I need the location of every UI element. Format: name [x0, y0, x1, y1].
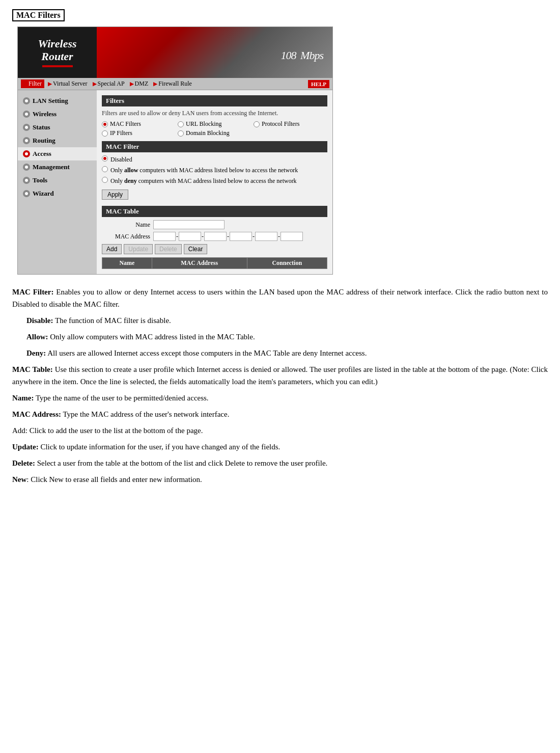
filter-options-grid: MAC Filters URL Blocking Protocol Filter… [102, 120, 327, 137]
mac-option-disabled[interactable]: Disabled [102, 155, 327, 164]
filter-option-url[interactable]: URL Blocking [178, 120, 251, 128]
col-connection: Connection [247, 258, 327, 269]
mac-input-3[interactable] [204, 232, 227, 241]
sidebar-item-status[interactable]: Status [18, 121, 97, 134]
bullet-tools [23, 177, 30, 184]
mac-input-6[interactable] [281, 232, 303, 241]
nav-arrow-dmz: ▶ [130, 81, 134, 87]
mac-table-header: MAC Table [102, 206, 327, 217]
nav-firewall-rule[interactable]: ▶ Firewall Rule [152, 79, 193, 88]
content-area: LAN Setting Wireless Status Routing Acce… [18, 90, 332, 274]
desc-mac-address: MAC Address: Type the MAC address of the… [12, 408, 548, 420]
bullet-wireless [23, 111, 30, 118]
nav-arrow-fw: ▶ [153, 81, 157, 87]
mbps-label: Mbps [300, 49, 323, 62]
mac-input-2[interactable] [179, 232, 201, 241]
nav-arrow-filter: ▶ [23, 81, 27, 87]
desc-mac-filter-title: MAC Filter: [12, 288, 53, 296]
filter-option-protocol[interactable]: Protocol Filters [254, 120, 327, 128]
nav-virtual-server-label: Virtual Server [53, 80, 88, 88]
desc-new-text: : Click New to erase all fields and ente… [26, 475, 202, 483]
mac-input-5[interactable] [255, 232, 277, 241]
mac-input-4[interactable] [230, 232, 252, 241]
filter-mac-label: MAC Filters [110, 120, 141, 128]
desc-disable-term: Disable: [26, 316, 53, 325]
desc-name-text: Type the name of the user to be permitte… [34, 394, 208, 402]
desc-allow-term: Allow: [26, 333, 48, 341]
sidebar-access-label: Access [33, 150, 51, 158]
bullet-wizard [23, 190, 30, 197]
desc-update: Update: Click to update information for … [12, 441, 548, 453]
desc-deny-term: Deny: [26, 349, 46, 357]
filter-url-label: URL Blocking [186, 120, 222, 128]
desc-deny: Deny: All users are allowed Internet acc… [26, 347, 548, 359]
router-header: Wireless Router 108 Mbps [18, 27, 332, 78]
filter-option-mac[interactable]: MAC Filters [102, 120, 176, 128]
radio-disabled[interactable] [102, 155, 108, 162]
router-header-graphic: 108 Mbps [97, 27, 332, 78]
radio-protocol-filters[interactable] [254, 121, 260, 127]
radio-deny[interactable] [102, 177, 108, 183]
sidebar-tools-label: Tools [33, 176, 47, 184]
sidebar-item-tools[interactable]: Tools [18, 174, 97, 187]
mac-input-1[interactable] [153, 232, 176, 241]
filter-option-domain[interactable]: Domain Blocking [178, 129, 251, 137]
apply-button[interactable]: Apply [102, 190, 128, 200]
mac-table-section: MAC Table Name MAC Address - - - - - [102, 206, 327, 269]
radio-allow[interactable] [102, 166, 108, 172]
mac-option-deny[interactable]: Only deny computers with MAC address lis… [102, 177, 327, 185]
update-button[interactable]: Update [124, 244, 153, 254]
sidebar-wizard-label: Wizard [33, 190, 54, 198]
router-logo-area: Wireless Router [18, 27, 97, 78]
sidebar-item-lan-setting[interactable]: LAN Setting [18, 94, 97, 107]
nav-special-ap[interactable]: ▶ Special AP [91, 79, 126, 88]
mac-option-allow[interactable]: Only allow computers with MAC address li… [102, 166, 327, 175]
clear-button[interactable]: Clear [184, 244, 208, 254]
mac-sep-3: - [227, 233, 229, 240]
mac-data-table: Name MAC Address Connection [102, 257, 327, 269]
bullet-status [23, 124, 30, 131]
desc-mac-address-text: Type the MAC address of the user's netwo… [61, 410, 229, 418]
sidebar-item-management[interactable]: Management [18, 160, 97, 174]
sidebar-item-wireless[interactable]: Wireless [18, 107, 97, 121]
mac-sep-1: - [176, 233, 178, 240]
name-input[interactable] [153, 220, 225, 229]
radio-ip-filters[interactable] [102, 130, 108, 137]
add-button[interactable]: Add [102, 244, 122, 254]
sidebar-item-access[interactable]: Access [18, 147, 97, 160]
nav-filter[interactable]: ▶ Filter [21, 79, 44, 88]
radio-domain-blocking[interactable] [178, 130, 184, 137]
radio-mac-filters[interactable] [102, 121, 108, 127]
desc-delete-text: Select a user from the table at the bott… [35, 459, 327, 467]
mac-deny-prefix: Only [110, 177, 124, 184]
desc-disable: Disable: The function of MAC filter is d… [26, 314, 548, 327]
bullet-lan [23, 97, 30, 104]
sidebar-item-routing[interactable]: Routing [18, 134, 97, 147]
name-row: Name [102, 220, 327, 229]
desc-mac-filter-text: Enables you to allow or deny Internet ac… [12, 288, 548, 308]
mac-deny-text: Only deny computers with MAC address lis… [110, 177, 297, 185]
delete-button[interactable]: Delete [155, 244, 182, 254]
radio-url-blocking[interactable] [178, 121, 184, 127]
mac-sep-5: - [278, 233, 280, 240]
nav-dmz[interactable]: ▶ DMZ [128, 79, 150, 88]
mac-filter-section: MAC Filter Disabled Only allow computers… [102, 141, 327, 204]
name-label: Name [102, 221, 150, 229]
desc-mac-address-title: MAC Address: [12, 410, 61, 418]
filters-description: Filters are used to allow or deny LAN us… [102, 110, 327, 117]
sidebar-management-label: Management [33, 163, 70, 171]
desc-delete-title: Delete: [12, 459, 35, 467]
help-button[interactable]: HELP [308, 80, 329, 88]
desc-disable-text: The function of MAC filter is disable. [53, 316, 171, 325]
sidebar-item-wizard[interactable]: Wizard [18, 187, 97, 200]
desc-add: Add: Click to add the user to the list a… [12, 424, 548, 437]
col-name: Name [102, 258, 152, 269]
desc-name: Name: Type the name of the user to be pe… [12, 392, 548, 404]
col-mac: MAC Address [152, 258, 247, 269]
desc-mac-table-text: Use this section to create a user profil… [12, 365, 548, 386]
nav-special-ap-label: Special AP [98, 80, 125, 88]
nav-virtual-server[interactable]: ▶ Virtual Server [46, 79, 89, 88]
desc-update-title: Update: [12, 443, 39, 451]
filter-option-ip[interactable]: IP Filters [102, 129, 176, 137]
desc-allow: Allow: Only allow computers with MAC add… [26, 331, 548, 343]
